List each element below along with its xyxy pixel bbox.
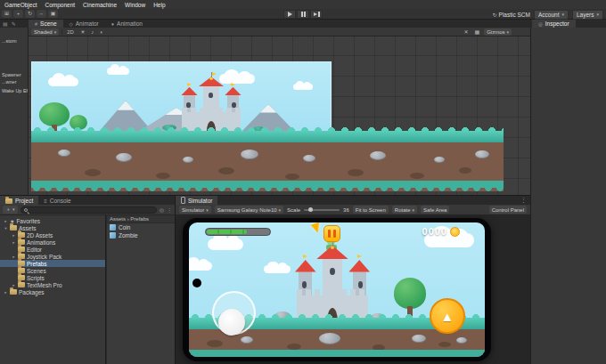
layers-dropdown[interactable]: Layers▾ xyxy=(572,10,603,20)
list-icon[interactable]: ▤ xyxy=(3,20,8,27)
account-dropdown[interactable]: Account▾ xyxy=(534,10,569,20)
project-search xyxy=(20,206,157,214)
device-screen[interactable]: 0000 ▲ xyxy=(189,222,485,357)
folder-icon xyxy=(10,225,17,231)
menu-gameobject[interactable]: GameObject xyxy=(4,2,37,8)
step-button[interactable] xyxy=(310,10,323,19)
pause-game-button[interactable] xyxy=(323,225,340,242)
jump-button[interactable]: ▲ xyxy=(430,298,465,334)
simulator-viewport: 0000 ▲ xyxy=(175,215,530,364)
score-label: 0000 xyxy=(422,226,447,237)
play-button[interactable] xyxy=(283,10,296,19)
castle xyxy=(295,244,370,324)
effects-toggle-icon[interactable]: ◐ xyxy=(98,28,105,36)
search-input[interactable] xyxy=(29,206,153,213)
plastic-scm-button[interactable]: ↻ Plastic SCM xyxy=(493,12,530,18)
safe-area-toggle[interactable]: Safe Area xyxy=(421,206,449,214)
asset-row-zombie[interactable]: Zombie xyxy=(107,231,175,239)
hierarchy-item[interactable]: ...wner xyxy=(2,79,17,85)
gizmos-dropdown[interactable]: Gizmos▾ xyxy=(484,28,512,36)
tree-row-2d-assets[interactable]: 2D Assets xyxy=(0,231,105,239)
view-mode-dropdown[interactable]: Simulator▾ xyxy=(179,206,211,214)
chevron-down-icon: ▾ xyxy=(506,28,509,36)
tree-row-animations[interactable]: Animations xyxy=(0,239,105,246)
inspector-dock-tabs: ◎Inspector xyxy=(532,20,576,28)
castle-roof xyxy=(225,87,242,96)
menu-help[interactable]: Help xyxy=(153,2,165,8)
tree-row-joystick-pack[interactable]: Joystick Pack xyxy=(0,253,105,260)
shading-mode-dropdown[interactable]: Shaded▾ xyxy=(31,28,59,36)
cloud xyxy=(107,68,129,75)
hierarchy-item[interactable]: Spawner xyxy=(2,72,21,77)
chevron-down-icon: ▾ xyxy=(279,207,282,213)
scale-tool-icon[interactable]: ↔ xyxy=(37,10,46,18)
scene-view-toolbar: Shaded▾ 2D ☀ ♪ ◐ ✕ ▦ Gizmos▾ xyxy=(29,28,530,36)
tree-row-prefabs[interactable]: Prefabs xyxy=(0,260,105,267)
main-toolbar: ⊞ + ↻ ↔ ▣ ↻ Plastic SCM Account▾ Layers▾ xyxy=(0,9,606,20)
2d-toggle[interactable]: 2D xyxy=(65,28,76,36)
tree-row-textmesh-pro[interactable]: TextMesh Pro xyxy=(0,281,105,288)
scale-slider[interactable] xyxy=(304,209,340,211)
foldout-arrow-icon[interactable] xyxy=(12,283,16,287)
tab-scene[interactable]: #Scene xyxy=(29,20,63,28)
tree-row-favorites[interactable]: ★ Favorites xyxy=(0,217,105,224)
hierarchy-item[interactable]: ...stom xyxy=(2,38,17,44)
more-icon[interactable]: ⋮ xyxy=(167,206,172,213)
tree-row-scripts[interactable]: Scripts xyxy=(0,274,105,281)
project-toolbar: ＋▾ ◎ ⋮ xyxy=(0,205,175,215)
foldout-arrow-icon[interactable] xyxy=(12,255,16,259)
menu-cinemachine[interactable]: Cinemachine xyxy=(83,2,117,8)
castle-flag xyxy=(357,255,362,258)
fit-to-screen-button[interactable]: Fit to Screen xyxy=(353,206,389,214)
device-dropdown[interactable]: Samsung Galaxy Note10▾ xyxy=(215,206,283,214)
edit-icon[interactable]: ✎ xyxy=(12,20,16,27)
lighting-toggle-icon[interactable]: ☀ xyxy=(78,28,86,36)
tree-row-packages[interactable]: Packages xyxy=(0,288,105,295)
scene-view-canvas[interactable] xyxy=(29,36,530,195)
tree-row-scenes[interactable]: Scenes xyxy=(0,267,105,274)
tab-animation[interactable]: ●Animation xyxy=(105,20,149,28)
tab-inspector[interactable]: ◎Inspector xyxy=(532,20,576,28)
audio-toggle-icon[interactable]: ♪ xyxy=(89,28,95,36)
pause-button[interactable] xyxy=(297,10,309,19)
tree-row-assets[interactable]: Assets xyxy=(0,224,105,231)
rect-tool-icon[interactable]: ▣ xyxy=(48,10,58,18)
grid-snap-icon[interactable]: ⊞ xyxy=(2,10,12,18)
tab-animator[interactable]: ◇Animator xyxy=(63,20,105,28)
tree-row-editor[interactable]: Editor xyxy=(0,246,105,253)
camera-icon[interactable]: ▦ xyxy=(472,28,481,36)
castle-roof xyxy=(295,260,316,272)
move-tool-icon[interactable]: + xyxy=(13,10,23,18)
rotate-dropdown[interactable]: Rotate▾ xyxy=(392,206,417,214)
castle-roof xyxy=(181,87,198,96)
tutorial-arrow-icon xyxy=(311,222,323,234)
foldout-arrow-icon[interactable] xyxy=(12,233,16,238)
cloud xyxy=(208,239,243,250)
castle-roof xyxy=(348,260,370,272)
tab-simulator[interactable]: Simulator xyxy=(176,196,217,206)
console-icon: ≡ xyxy=(44,198,47,204)
foldout-arrow-icon[interactable] xyxy=(4,226,8,231)
health-bar-fill xyxy=(207,230,247,234)
create-asset-dropdown[interactable]: ＋▾ xyxy=(3,206,18,214)
folder-icon xyxy=(5,198,12,204)
up-arrow-icon: ▲ xyxy=(441,310,454,323)
folder-icon xyxy=(18,282,25,287)
foldout-arrow-icon[interactable] xyxy=(12,240,16,245)
joystick-knob[interactable] xyxy=(218,309,245,336)
slider-thumb[interactable] xyxy=(308,207,313,212)
foldout-arrow-icon[interactable] xyxy=(4,290,8,295)
breadcrumb: Assets › Prefabs xyxy=(107,215,175,223)
more-icon[interactable]: ⋮ xyxy=(517,197,530,204)
asset-row-coin[interactable]: Coin xyxy=(107,223,175,231)
foldout-arrow-icon[interactable] xyxy=(4,219,8,223)
rotate-tool-icon[interactable]: ↻ xyxy=(25,10,35,18)
scene-dock-tabs: #Scene ◇Animator ●Animation xyxy=(29,20,149,28)
control-panel-button[interactable]: Control Panel xyxy=(489,206,527,214)
menu-component[interactable]: Component xyxy=(45,2,76,8)
visibility-icon[interactable]: ◎ xyxy=(160,206,164,213)
hierarchy-item[interactable]: Wake Up Effect xyxy=(2,88,29,93)
grass-drip xyxy=(189,350,485,357)
menu-window[interactable]: Window xyxy=(125,2,145,8)
close-icon[interactable]: ✕ xyxy=(462,28,470,36)
